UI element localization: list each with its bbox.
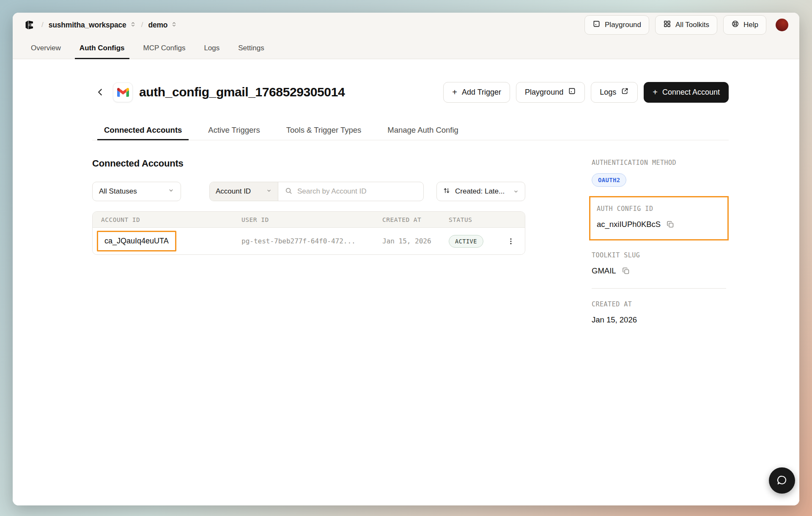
column-header-status: STATUS bbox=[449, 216, 525, 223]
help-label: Help bbox=[743, 21, 758, 29]
accounts-table: ACCOUNT ID USER ID CREATED AT STATUS ca_… bbox=[92, 211, 525, 255]
copy-icon[interactable] bbox=[666, 220, 675, 229]
created-at-label: CREATED AT bbox=[592, 300, 729, 308]
chevron-down-icon bbox=[513, 188, 519, 194]
playground-link-button[interactable]: Playground bbox=[516, 82, 585, 103]
search-icon bbox=[285, 187, 293, 197]
subtab-tools-trigger-types[interactable]: Tools & Trigger Types bbox=[280, 120, 368, 140]
auth-config-id-value: ac_nxiIUPh0KBcS bbox=[597, 220, 661, 229]
sort-select[interactable]: Created: Late... bbox=[436, 182, 525, 201]
subtab-connected-accounts[interactable]: Connected Accounts bbox=[97, 120, 189, 140]
logs-link-button[interactable]: Logs bbox=[591, 82, 638, 103]
lifebuoy-icon bbox=[731, 20, 739, 30]
top-bar: / sushmitha_workspace / demo bbox=[13, 13, 799, 37]
search-group: Account ID bbox=[209, 182, 424, 201]
detail-tab-bar: Connected Accounts Active Triggers Tools… bbox=[92, 120, 729, 140]
search-field-value: Account ID bbox=[216, 187, 251, 196]
toolkit-slug-value: GMAIL bbox=[592, 266, 616, 276]
authentication-method-badge: OAUTH2 bbox=[592, 173, 626, 187]
main-tab-bar: Overview Auth Configs MCP Configs Logs S… bbox=[13, 37, 799, 59]
column-header-account-id: ACCOUNT ID bbox=[93, 216, 241, 223]
tab-overview[interactable]: Overview bbox=[24, 37, 68, 59]
logs-link-label: Logs bbox=[600, 88, 616, 97]
column-header-user-id: USER ID bbox=[241, 216, 382, 223]
table-row[interactable]: ca_JQauIq4euUTA pg-test-7beb277f-64f0-47… bbox=[93, 228, 525, 254]
playground-icon bbox=[568, 87, 576, 97]
add-trigger-button[interactable]: + Add Trigger bbox=[443, 82, 510, 103]
playground-icon bbox=[593, 20, 601, 30]
search-field-select[interactable]: Account ID bbox=[210, 182, 278, 201]
tab-auth-configs[interactable]: Auth Configs bbox=[72, 37, 132, 59]
page-header: auth_config_gmail_1768529305014 + Add Tr… bbox=[92, 81, 729, 103]
table-header-row: ACCOUNT ID USER ID CREATED AT STATUS bbox=[93, 212, 525, 228]
breadcrumb-separator: / bbox=[141, 21, 143, 29]
back-button[interactable] bbox=[94, 86, 107, 98]
playground-button[interactable]: Playground bbox=[584, 15, 649, 35]
search-input[interactable] bbox=[297, 187, 417, 196]
connected-accounts-section: Connected Accounts All Statuses Account … bbox=[92, 158, 525, 255]
auth-config-details-panel: AUTHENTICATION METHOD OAUTH2 AUTH CONFIG… bbox=[592, 158, 729, 325]
status-filter-select[interactable]: All Statuses bbox=[92, 182, 181, 201]
copy-icon[interactable] bbox=[622, 267, 630, 275]
project-name: demo bbox=[148, 21, 167, 30]
subtab-manage-auth-config[interactable]: Manage Auth Config bbox=[381, 120, 465, 140]
composio-logo-icon[interactable] bbox=[24, 19, 35, 30]
section-heading: Connected Accounts bbox=[92, 158, 525, 169]
row-menu-button[interactable] bbox=[503, 233, 519, 249]
connect-account-button[interactable]: + Connect Account bbox=[644, 82, 729, 103]
column-header-created-at: CREATED AT bbox=[382, 216, 449, 223]
workspace-name: sushmitha_workspace bbox=[49, 21, 126, 30]
connect-account-label: Connect Account bbox=[662, 88, 720, 97]
chevron-down-icon bbox=[168, 187, 174, 196]
all-toolkits-label: All Toolkits bbox=[675, 21, 709, 29]
add-trigger-label: Add Trigger bbox=[462, 88, 501, 97]
sort-arrows-icon bbox=[443, 187, 450, 197]
chevron-down-icon bbox=[266, 187, 272, 196]
plus-icon: + bbox=[653, 88, 658, 96]
project-selector[interactable]: demo bbox=[148, 21, 177, 30]
chevron-up-down-icon bbox=[130, 21, 136, 29]
tab-mcp-configs[interactable]: MCP Configs bbox=[136, 37, 193, 59]
filters-row: All Statuses Account ID bbox=[92, 182, 525, 201]
sort-value: Created: Late... bbox=[455, 187, 505, 196]
auth-config-id-highlight: AUTH CONFIG ID ac_nxiIUPh0KBcS bbox=[589, 196, 729, 240]
authentication-method-label: AUTHENTICATION METHOD bbox=[592, 159, 729, 167]
created-at-cell: Jan 15, 2026 bbox=[382, 237, 449, 245]
tab-settings[interactable]: Settings bbox=[231, 37, 271, 59]
user-avatar[interactable] bbox=[776, 19, 788, 31]
speech-bubble-icon bbox=[776, 474, 788, 488]
user-id-cell: pg-test-7beb277f-64f0-472... bbox=[241, 237, 382, 245]
auth-config-id-label: AUTH CONFIG ID bbox=[597, 205, 721, 213]
help-button[interactable]: Help bbox=[723, 15, 766, 35]
gmail-icon bbox=[113, 82, 133, 102]
chevron-up-down-icon bbox=[171, 21, 177, 29]
status-badge: ACTIVE bbox=[449, 235, 483, 248]
main-content: auth_config_gmail_1768529305014 + Add Tr… bbox=[13, 59, 799, 505]
page-title: auth_config_gmail_1768529305014 bbox=[139, 85, 345, 99]
created-at-value: Jan 15, 2026 bbox=[592, 315, 637, 325]
all-toolkits-button[interactable]: All Toolkits bbox=[655, 15, 717, 35]
external-link-icon bbox=[621, 87, 629, 97]
account-id-highlight: ca_JQauIq4euUTA bbox=[97, 231, 176, 251]
workspace-selector[interactable]: sushmitha_workspace bbox=[49, 21, 136, 30]
playground-label: Playground bbox=[605, 21, 641, 29]
toolkit-slug-label: TOOLKIT SLUG bbox=[592, 251, 729, 259]
tab-logs[interactable]: Logs bbox=[197, 37, 227, 59]
grid-icon bbox=[663, 20, 671, 30]
breadcrumb-separator: / bbox=[41, 21, 44, 29]
status-filter-value: All Statuses bbox=[99, 187, 137, 196]
playground-link-label: Playground bbox=[525, 88, 563, 97]
panel-divider bbox=[592, 288, 726, 289]
subtab-active-triggers[interactable]: Active Triggers bbox=[201, 120, 266, 140]
chat-support-button[interactable] bbox=[769, 467, 795, 494]
page-actions: + Add Trigger Playground bbox=[443, 82, 729, 103]
app-window: / sushmitha_workspace / demo bbox=[13, 13, 799, 505]
status-cell: ACTIVE bbox=[449, 233, 525, 249]
account-id-cell: ca_JQauIq4euUTA bbox=[93, 231, 241, 251]
top-bar-actions: Playground All Toolkits bbox=[584, 15, 788, 35]
plus-icon: + bbox=[452, 88, 457, 96]
